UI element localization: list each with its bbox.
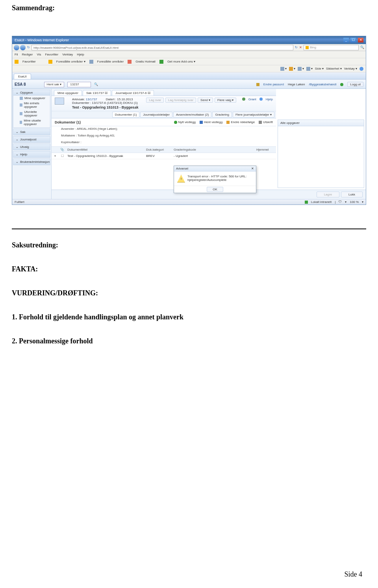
url-input[interactable]: http://esaweb:9080/maProd-ui/jsw.edb.esa… bbox=[32, 45, 293, 50]
dialog-ok-button[interactable]: OK bbox=[207, 187, 223, 192]
doc-icon bbox=[20, 103, 22, 107]
item-2: 2. Personalmessige forhold bbox=[12, 337, 366, 345]
sidebar-group-hjelp[interactable]: ⌄Hjelp bbox=[13, 151, 50, 158]
close-button[interactable]: ✕ bbox=[358, 38, 363, 42]
search-go-icon[interactable]: 🔍 bbox=[360, 46, 364, 49]
meta-mottakere: Mottakere : Totten Bygg og Anlegg AS; bbox=[52, 133, 276, 140]
favorites-star-icon[interactable] bbox=[15, 60, 19, 64]
sidebar-group-journalpost[interactable]: ⌄Journalpost bbox=[13, 136, 50, 143]
zoom-label[interactable]: 100 % bbox=[350, 200, 359, 204]
refresh-icon[interactable]: ↻ bbox=[27, 46, 30, 49]
col-dokkategori[interactable]: Dok.kategori bbox=[145, 148, 172, 151]
help-icon bbox=[259, 98, 263, 101]
window-title: EsaUI - Windows Internet Explorer bbox=[15, 38, 69, 42]
btn-lagre[interactable]: Lagre bbox=[317, 192, 339, 197]
hotmail-icon bbox=[128, 60, 132, 64]
sidebar-group-oppgave[interactable]: ⌄Oppgave bbox=[13, 90, 50, 96]
btn-lukk[interactable]: Lukk bbox=[341, 192, 363, 197]
favbar-item-suggested2[interactable]: Foreslåtte områder bbox=[97, 60, 124, 63]
logout-button[interactable]: Logg ut bbox=[347, 82, 363, 87]
grant-icon bbox=[242, 98, 245, 101]
user-role[interactable]: /Byggesaksbehandl bbox=[309, 83, 336, 86]
attach-icon: 📎 bbox=[59, 148, 66, 151]
cmd-tools[interactable]: Verktøy ▾ bbox=[344, 67, 357, 70]
grid-row[interactable]: ▾ ☐ Test - Oppgradering 151013 - Byggesa… bbox=[52, 153, 276, 159]
cmd-security[interactable]: Sikkerhet ▾ bbox=[326, 67, 342, 70]
hent-sak-value[interactable]: 13237 bbox=[67, 82, 91, 87]
row-checkbox[interactable]: ☐ bbox=[59, 154, 66, 158]
forward-button[interactable] bbox=[20, 45, 26, 50]
dialog-close-icon[interactable]: ✕ bbox=[251, 167, 254, 170]
menu-vis[interactable]: Vis bbox=[37, 53, 41, 56]
feeds-icon bbox=[289, 67, 293, 71]
lock-icon bbox=[256, 83, 259, 86]
subtab-mine-oppgaver[interactable]: Mine oppgaver bbox=[54, 90, 82, 96]
cmd-help-icon[interactable] bbox=[359, 67, 363, 71]
error-dialog: Advarsel ✕ ! Transport error - HTTP code… bbox=[174, 166, 256, 193]
favorites-label[interactable]: Favoritter bbox=[22, 60, 36, 63]
cmd-home[interactable]: ▾ bbox=[280, 67, 287, 71]
sidebar-item-mine-oppgaver[interactable]: Mine oppgaver bbox=[13, 96, 50, 101]
doc-heading: Dokumenter (1) bbox=[55, 120, 81, 124]
subtab-journalpost[interactable]: Journalpost 13/1737-6 ☒ bbox=[112, 90, 154, 96]
action-endre-rekkefolge[interactable]: Endre rekkefølge bbox=[226, 120, 255, 124]
doc-icon bbox=[20, 97, 23, 100]
stop-icon[interactable]: ✕ bbox=[299, 46, 302, 49]
btn-lag-forelopig[interactable]: Lag foreløpig svar bbox=[165, 98, 196, 103]
endre-passord-link[interactable]: Endre passord bbox=[263, 83, 284, 86]
subtab-sak[interactable]: Sak 13/1737 ☒ bbox=[83, 90, 111, 96]
minitab-flere[interactable]: Flere journalpostdetaljer ▾ bbox=[233, 112, 274, 118]
menu-favoritter[interactable]: Favoritter bbox=[45, 53, 58, 56]
minitab-dokumenter[interactable]: Dokumenter (1) bbox=[112, 112, 140, 118]
right-panel-tab[interactable]: Alle oppgaver bbox=[278, 120, 364, 126]
plus-icon bbox=[174, 121, 177, 124]
col-graderingskode[interactable]: Graderingskode bbox=[172, 148, 208, 151]
browser-tab-esaui[interactable]: EsaUI bbox=[14, 74, 31, 79]
action-nytt-vedlegg[interactable]: Nytt vedlegg bbox=[174, 120, 196, 124]
favbar-item-hotmail[interactable]: Gratis Hotmail bbox=[135, 60, 156, 63]
col-dokumenttittel[interactable]: Dokumenttittel bbox=[66, 148, 145, 151]
grant-link[interactable]: Grant bbox=[248, 98, 256, 101]
menu-fil[interactable]: Fil bbox=[15, 53, 18, 56]
row-grad: - Ugradert bbox=[172, 154, 208, 158]
back-button[interactable] bbox=[14, 45, 19, 50]
cmd-mail[interactable]: ▾ bbox=[298, 67, 304, 71]
addons-icon bbox=[159, 60, 163, 64]
menu-hjelp[interactable]: Hjelp bbox=[77, 53, 84, 56]
menu-rediger[interactable]: Rediger bbox=[22, 53, 33, 56]
cmd-feeds[interactable]: ▾ bbox=[289, 67, 295, 71]
hent-sak-combo[interactable]: Hent sak ▾ bbox=[44, 82, 65, 87]
minitab-avsendere[interactable]: Avsendere/mottaker (2) bbox=[173, 112, 211, 118]
command-bar: ▾ ▾ ▾ ▾ Side ▾ Sikkerhet ▾ Verktøy ▾ bbox=[12, 65, 366, 72]
ie-status-bar: Fullført Lokalt intranett | 🛡 ▾ 100 % ▾ bbox=[12, 199, 366, 205]
btn-lag-svar[interactable]: Lag svar bbox=[146, 98, 164, 103]
action-hent-vedlegg[interactable]: Hent vedlegg bbox=[200, 120, 222, 124]
search-input[interactable]: Bing bbox=[304, 45, 359, 50]
item-1: 1. Forhold til gjeldende handlingsplan o… bbox=[12, 313, 366, 321]
sidebar-group-brukeradmin[interactable]: ⌄Brukeradministrasjon bbox=[13, 159, 50, 165]
arkivsak-link[interactable]: 13/1737 bbox=[86, 98, 97, 101]
minitab-gradering[interactable]: Gradering bbox=[212, 112, 232, 118]
search-icon[interactable]: 🔍 bbox=[94, 83, 98, 86]
favbar-item-addons[interactable]: Get more Add-ons ▾ bbox=[167, 60, 195, 63]
sidebar-group-utvalg[interactable]: ⌄Utvalg bbox=[13, 144, 50, 150]
favbar-item-suggested1[interactable]: Foreslåtte områder ▾ bbox=[56, 60, 85, 63]
help-link[interactable]: Hjelp bbox=[266, 98, 273, 101]
action-utskrift[interactable]: Utskrift bbox=[259, 120, 273, 124]
cmd-page[interactable]: Side ▾ bbox=[315, 67, 324, 70]
sidebar-item-enhet-oppgaver[interactable]: Min enhets oppgaver bbox=[13, 101, 50, 109]
row-expand-icon[interactable]: ▾ bbox=[52, 154, 59, 158]
menu-verktoy[interactable]: Verktøy bbox=[62, 53, 73, 56]
btn-send[interactable]: Send ▾ bbox=[198, 98, 213, 103]
heading-sammendrag: Sammendrag: bbox=[12, 4, 366, 12]
cmd-print[interactable]: ▾ bbox=[306, 67, 313, 71]
minitab-journalpostdetaljer[interactable]: Journalpostdetaljer bbox=[140, 112, 172, 118]
sidebar-item-ufordelte[interactable]: Ufordelte oppgaver bbox=[13, 109, 50, 118]
sidebar-item-utsatte[interactable]: Mine utsatte oppgaver bbox=[13, 118, 50, 127]
minimize-button[interactable]: _ bbox=[343, 38, 349, 42]
btn-flere-valg[interactable]: Flere valg ▾ bbox=[215, 98, 236, 103]
sidebar-group-sak[interactable]: ⌄Sak bbox=[13, 129, 50, 135]
maximize-button[interactable]: ☐ bbox=[350, 38, 356, 42]
folder-icon bbox=[200, 121, 203, 124]
refresh2-icon[interactable]: ↻ bbox=[295, 46, 298, 49]
